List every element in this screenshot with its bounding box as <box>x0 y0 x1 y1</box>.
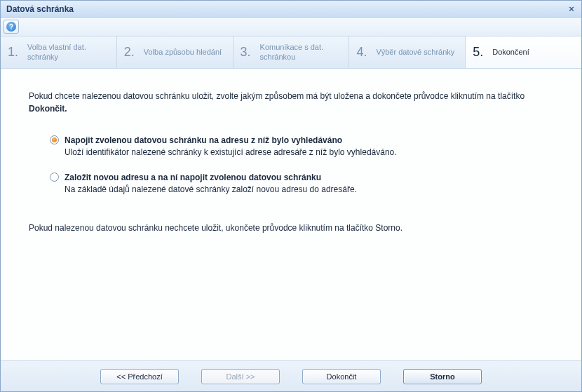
finish-button[interactable]: Dokončit <box>302 369 381 384</box>
step-label: Volba způsobu hledání <box>144 48 222 57</box>
radio-option-2[interactable] <box>50 173 59 182</box>
step-label: Dokončení <box>492 48 529 57</box>
step-3: 3.Komunikace s dat. schránkou <box>234 36 350 68</box>
step-number: 3. <box>241 45 255 60</box>
intro-bold: Dokončit. <box>29 104 67 114</box>
intro-text: Pokud chcete nalezenou datovou schránku … <box>29 90 553 115</box>
option-text: Založit novou adresu a na ní napojit zvo… <box>65 172 357 196</box>
step-label: Komunikace s dat. schránkou <box>260 43 342 61</box>
option-title: Napojit zvolenou datovou schránku na adr… <box>65 135 397 147</box>
wizard-steps: 1.Volba vlastní dat. schránky2.Volba způ… <box>1 36 581 69</box>
outro-text: Pokud nalezenou datovou schránku nechcet… <box>29 222 553 234</box>
close-icon: × <box>569 4 574 14</box>
wizard-content: Pokud chcete nalezenou datovou schránku … <box>1 69 581 360</box>
step-label: Výběr datové schránky <box>376 48 454 57</box>
step-number: 4. <box>356 45 370 60</box>
step-4: 4.Výběr datové schránky <box>349 36 466 68</box>
wizard-window: Datová schránka × ? 1.Volba vlastní dat.… <box>0 0 582 392</box>
close-button[interactable]: × <box>566 4 577 15</box>
step-number: 5. <box>473 45 487 60</box>
wizard-footer: << Předchozí Další >> Dokončit Storno <box>1 360 581 391</box>
next-button: Další >> <box>201 369 280 384</box>
option-2: Založit novou adresu a na ní napojit zvo… <box>50 172 553 196</box>
option-text: Napojit zvolenou datovou schránku na adr… <box>65 135 397 159</box>
intro-prefix: Pokud chcete nalezenou datovou schránku … <box>29 91 525 101</box>
option-desc: Na základě údajů nalezené datové schránk… <box>65 184 357 196</box>
help-button[interactable]: ? <box>4 20 19 34</box>
step-1: 1.Volba vlastní dat. schránky <box>1 36 117 68</box>
step-number: 2. <box>124 45 138 60</box>
step-label: Volba vlastní dat. schránky <box>27 43 109 61</box>
help-icon: ? <box>6 22 16 32</box>
step-number: 1. <box>8 45 22 60</box>
window-title: Datová schránka <box>6 4 74 14</box>
step-5: 5.Dokončení <box>466 36 581 68</box>
toolbar: ? <box>1 18 581 36</box>
options-group: Napojit zvolenou datovou schránku na adr… <box>50 135 553 196</box>
titlebar: Datová schránka × <box>1 1 581 18</box>
option-desc: Uloží identifikátor nalezené schránky k … <box>65 147 397 158</box>
step-2: 2.Volba způsobu hledání <box>117 36 234 68</box>
option-1: Napojit zvolenou datovou schránku na adr… <box>50 135 553 159</box>
cancel-button[interactable]: Storno <box>403 369 482 384</box>
option-title: Založit novou adresu a na ní napojit zvo… <box>65 172 357 184</box>
prev-button[interactable]: << Předchozí <box>100 369 179 384</box>
radio-option-1[interactable] <box>50 135 59 144</box>
